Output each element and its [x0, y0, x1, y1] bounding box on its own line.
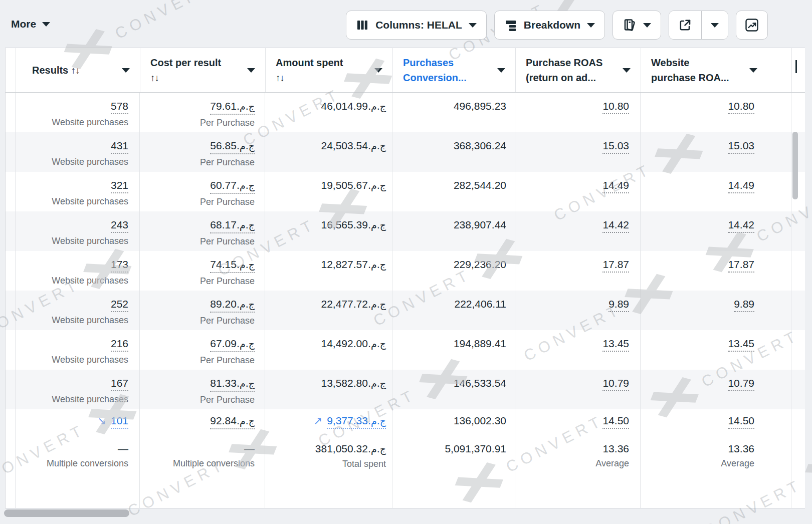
table-row: 167 Website purchases 81.33ج.م. Per Purc…	[6, 370, 805, 409]
purchase-roas-value[interactable]: 13.45	[602, 337, 629, 352]
results-value[interactable]: 216	[111, 337, 128, 352]
purchases-conversion-value: 229,236.20	[454, 257, 506, 271]
cost-sublabel: Per Purchase	[140, 236, 255, 247]
purchase-roas-value[interactable]: 14.49	[602, 178, 629, 193]
cost-sublabel: Per Purchase	[140, 276, 255, 287]
totals-roas-cell: 13.36 Average	[515, 433, 641, 508]
purchase-roas-value[interactable]: 14.42	[602, 218, 629, 233]
cost-per-result-value[interactable]: 67.09ج.م.	[210, 337, 255, 352]
results-sublabel: Website purchases	[16, 235, 128, 246]
purchase-roas-cell: 17.87	[515, 251, 641, 291]
cost-per-result-cell: 56.85ج.م. Per Purchase	[140, 132, 265, 172]
currency-suffix: ج.م.	[237, 299, 255, 310]
purchase-roas-cell: 14.50	[515, 409, 641, 433]
more-button[interactable]: More	[11, 18, 50, 30]
purchase-roas-value[interactable]: 14.50	[602, 414, 629, 429]
header-results[interactable]: Results ↑↓	[16, 48, 140, 92]
results-value[interactable]: 101	[111, 414, 128, 429]
results-value[interactable]: 252	[111, 297, 128, 312]
chevron-down-icon[interactable]	[749, 68, 757, 73]
results-value[interactable]: 578	[111, 99, 128, 114]
website-purchase-roas-cell: 10.79	[641, 370, 791, 409]
website-purchase-roas-value[interactable]: 13.45	[728, 337, 754, 352]
website-purchase-roas-value[interactable]: 17.87	[728, 257, 754, 273]
columns-button[interactable]: Columns: HELAL	[346, 11, 487, 40]
reports-icon	[623, 18, 637, 32]
currency-suffix: ج.م.	[368, 299, 386, 310]
results-value[interactable]: 167	[111, 376, 128, 391]
cost-per-result-value[interactable]: 81.33ج.م.	[210, 376, 255, 392]
totals-website-roas-cell: 13.36 Average	[641, 433, 791, 508]
header-purchases-conversion[interactable]: PurchasesConversion...	[393, 48, 516, 92]
cost-per-result-cell: 81.33ج.م. Per Purchase	[140, 370, 265, 409]
currency-suffix: ج.م.	[368, 140, 386, 151]
ads-manager-screen: More Columns: HELAL Breakdown	[0, 0, 812, 524]
purchase-roas-value[interactable]: 10.79	[602, 376, 629, 391]
results-cell: 243 Website purchases	[16, 211, 140, 251]
cost-per-result-value[interactable]: 60.77ج.م.	[210, 178, 255, 194]
currency-suffix: ج.م.	[237, 180, 255, 191]
breakdown-button[interactable]: Breakdown	[494, 11, 605, 40]
cost-per-result-cell: 68.17ج.م. Per Purchase	[140, 211, 265, 251]
chevron-down-icon	[587, 23, 595, 28]
amount-spent-cell: ↗ 9,377.33ج.م.	[265, 409, 392, 433]
website-purchase-roas-value[interactable]: 15.03	[728, 139, 754, 154]
results-value[interactable]: 173	[111, 257, 128, 273]
charts-button[interactable]	[736, 11, 768, 40]
header-amount-spent[interactable]: Amount spent↑↓	[266, 48, 393, 92]
results-sublabel: Website purchases	[16, 315, 128, 326]
chevron-down-icon[interactable]	[374, 68, 382, 73]
results-value[interactable]: 431	[111, 139, 128, 154]
cost-sublabel: Per Purchase	[140, 315, 255, 326]
website-purchase-roas-value[interactable]: 9.89	[734, 297, 754, 312]
cost-per-result-value[interactable]: 56.85ج.م.	[210, 139, 255, 154]
cost-per-result-cell: 74.15ج.م. Per Purchase	[140, 251, 265, 291]
purchase-roas-value[interactable]: 15.03	[602, 139, 629, 154]
chevron-down-icon[interactable]	[497, 68, 505, 73]
reports-button[interactable]	[613, 11, 661, 40]
totals-conversion-value: 5,091,370.91	[445, 442, 506, 455]
cost-per-result-value[interactable]: 68.17ج.م.	[210, 218, 255, 233]
website-purchase-roas-value[interactable]: 14.49	[728, 178, 754, 193]
website-purchase-roas-value[interactable]: 14.50	[728, 414, 754, 429]
sort-icon: ↑↓	[276, 73, 284, 83]
cost-per-result-value[interactable]: 79.61ج.م.	[210, 99, 255, 115]
currency-suffix: ج.م.	[368, 338, 386, 349]
totals-conversion-cell: 5,091,370.91	[392, 433, 515, 508]
results-sublabel: Website purchases	[16, 354, 128, 365]
website-purchase-roas-value[interactable]: 10.79	[728, 376, 754, 391]
vertical-scrollbar-thumb[interactable]	[792, 132, 798, 199]
chevron-down-icon[interactable]	[122, 68, 130, 73]
table-edge-strip	[791, 251, 805, 291]
amount-spent-value: 9,377.33ج.م.	[327, 414, 386, 429]
header-label: Purchases	[403, 57, 454, 68]
purchase-roas-value[interactable]: 17.87	[602, 257, 629, 273]
results-cell: 431 Website purchases	[16, 132, 140, 172]
totals-cost-cell: — Multiple conversions	[140, 433, 265, 508]
chevron-down-icon[interactable]	[247, 68, 255, 73]
export-button[interactable]	[669, 11, 701, 39]
purchase-roas-value[interactable]: 10.80	[602, 99, 629, 114]
table-edge-strip	[791, 370, 805, 409]
frozen-column-edge	[6, 172, 16, 211]
results-value[interactable]: 243	[111, 218, 128, 233]
purchases-conversion-cell: 229,236.20	[392, 251, 515, 291]
cost-per-result-cell: 89.20ج.م. Per Purchase	[140, 291, 265, 330]
website-purchase-roas-cell: 14.50	[641, 409, 791, 433]
results-value[interactable]: 321	[111, 178, 128, 193]
export-options-button[interactable]	[702, 11, 728, 39]
header-cost-per-result[interactable]: Cost per result↑↓	[140, 48, 266, 92]
cost-per-result-value[interactable]: 92.84ج.م.	[210, 414, 255, 429]
currency-suffix: ج.م.	[368, 378, 386, 389]
purchase-roas-value[interactable]: 9.89	[608, 297, 629, 312]
cost-per-result-value[interactable]: 89.20ج.م.	[210, 297, 255, 313]
website-purchase-roas-value[interactable]: 10.80	[728, 99, 754, 114]
chevron-down-icon[interactable]	[623, 68, 631, 73]
header-website-purchase-roas[interactable]: Websitepurchase ROA...	[641, 48, 792, 92]
header-purchase-roas[interactable]: Purchase ROAS(return on ad...	[516, 48, 641, 92]
cost-per-result-value[interactable]: 74.15ج.م.	[210, 257, 255, 273]
horizontal-scrollbar-thumb[interactable]	[4, 509, 129, 517]
website-purchase-roas-value[interactable]: 14.42	[728, 218, 754, 233]
export-icon	[678, 18, 692, 32]
totals-website-roas-sublabel: Average	[641, 458, 754, 469]
